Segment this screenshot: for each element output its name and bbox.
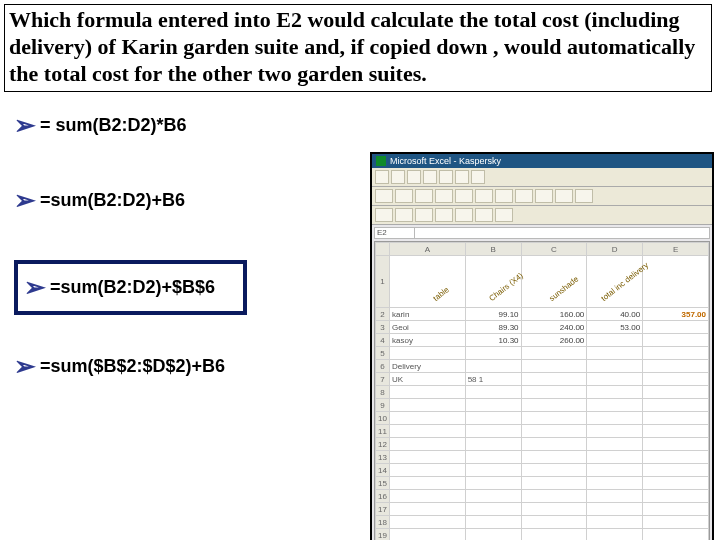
cell[interactable]: Geoi <box>390 321 466 334</box>
table-row[interactable]: 11 <box>376 425 709 438</box>
table-row[interactable]: 4kasoy10.30260.00 <box>376 334 709 347</box>
cell[interactable]: 58 1 <box>465 373 521 386</box>
toolbar-button[interactable] <box>415 189 433 203</box>
toolbar-button[interactable] <box>375 208 393 222</box>
toolbar-button[interactable] <box>435 208 453 222</box>
formula-bar[interactable]: E2 <box>374 227 710 239</box>
cell[interactable] <box>643 334 709 347</box>
menu-item[interactable] <box>391 170 405 184</box>
excel-logo-icon <box>376 156 386 166</box>
spreadsheet-grid[interactable]: table Chairs (X4) sunshade total inc del… <box>374 241 710 540</box>
excel-menubar <box>372 168 712 187</box>
excel-toolbar <box>372 187 712 206</box>
select-all[interactable] <box>376 243 390 256</box>
bullet-arrow-icon: ➢ <box>14 185 36 216</box>
excel-title-text: Microsoft Excel - Kaspersky <box>390 156 501 166</box>
question-box: Which formula entered into E2 would calc… <box>4 4 712 92</box>
bullet-arrow-icon: ➢ <box>24 272 46 303</box>
toolbar-button[interactable] <box>435 189 453 203</box>
cell[interactable]: 10.30 <box>465 334 521 347</box>
option-d-text: =sum($B$2:$D$2)+B6 <box>40 356 225 377</box>
table-row[interactable]: 12 <box>376 438 709 451</box>
toolbar-button[interactable] <box>515 189 533 203</box>
cell[interactable]: 99.10 <box>465 308 521 321</box>
option-c-highlighted[interactable]: ➢ =sum(B2:D2)+$B$6 <box>14 260 247 315</box>
toolbar-button[interactable] <box>475 208 493 222</box>
excel-format-toolbar <box>372 206 712 225</box>
table-row[interactable]: 10 <box>376 412 709 425</box>
toolbar-button[interactable] <box>535 189 553 203</box>
cell[interactable] <box>643 321 709 334</box>
menu-item[interactable] <box>375 170 389 184</box>
option-a-text: = sum(B2:D2)*B6 <box>40 115 187 136</box>
col-d[interactable]: D <box>587 243 643 256</box>
toolbar-button[interactable] <box>455 189 473 203</box>
menu-item[interactable] <box>423 170 437 184</box>
question-text: Which formula entered into E2 would calc… <box>9 7 705 87</box>
toolbar-button[interactable] <box>575 189 593 203</box>
cell[interactable] <box>587 334 643 347</box>
table-row[interactable]: 6Delivery <box>376 360 709 373</box>
col-b[interactable]: B <box>465 243 521 256</box>
menu-item[interactable] <box>407 170 421 184</box>
table-row[interactable]: 8 <box>376 386 709 399</box>
cell[interactable]: UK <box>390 373 466 386</box>
cell-e2-result[interactable]: 357.00 <box>643 308 709 321</box>
col-e[interactable]: E <box>643 243 709 256</box>
header-row: A B C D E <box>376 243 709 256</box>
cell[interactable]: 40.00 <box>587 308 643 321</box>
table-row[interactable]: 2karin99.10160.0040.00357.00 <box>376 308 709 321</box>
excel-titlebar: Microsoft Excel - Kaspersky <box>372 154 712 168</box>
table-row[interactable]: 7UK58 1 <box>376 373 709 386</box>
toolbar-button[interactable] <box>475 189 493 203</box>
toolbar-button[interactable] <box>395 208 413 222</box>
excel-screenshot: Microsoft Excel - Kaspersky E2 table Cha… <box>370 152 714 540</box>
table-row[interactable]: 13 <box>376 451 709 464</box>
cell[interactable]: Delivery <box>390 360 466 373</box>
table-row[interactable]: 19 <box>376 529 709 541</box>
table-row[interactable]: 18 <box>376 516 709 529</box>
menu-item[interactable] <box>455 170 469 184</box>
cell[interactable]: karin <box>390 308 466 321</box>
name-box[interactable]: E2 <box>375 228 415 238</box>
table-row[interactable]: 14 <box>376 464 709 477</box>
toolbar-button[interactable] <box>555 189 573 203</box>
toolbar-button[interactable] <box>495 208 513 222</box>
table-row[interactable]: 16 <box>376 490 709 503</box>
toolbar-button[interactable] <box>375 189 393 203</box>
cell[interactable]: kasoy <box>390 334 466 347</box>
table-row[interactable]: 15 <box>376 477 709 490</box>
col-c[interactable]: C <box>521 243 587 256</box>
cell[interactable]: 89.30 <box>465 321 521 334</box>
option-b-text: =sum(B2:D2)+B6 <box>40 190 185 211</box>
cell[interactable]: 160.00 <box>521 308 587 321</box>
table-row[interactable]: 1 <box>376 256 709 308</box>
table-row[interactable]: 3Geoi89.30240.0053.00 <box>376 321 709 334</box>
bullet-arrow-icon: ➢ <box>14 351 36 382</box>
cell[interactable]: 240.00 <box>521 321 587 334</box>
bullet-arrow-icon: ➢ <box>14 110 36 141</box>
toolbar-button[interactable] <box>415 208 433 222</box>
table-row[interactable]: 17 <box>376 503 709 516</box>
cell[interactable]: 260.00 <box>521 334 587 347</box>
option-a[interactable]: ➢ = sum(B2:D2)*B6 <box>14 110 720 141</box>
menu-item[interactable] <box>439 170 453 184</box>
cell[interactable]: 53.00 <box>587 321 643 334</box>
toolbar-button[interactable] <box>395 189 413 203</box>
option-c-text: =sum(B2:D2)+$B$6 <box>50 277 215 298</box>
cells-table: A B C D E 1 2karin99.10160.0040.00357.00… <box>375 242 709 540</box>
toolbar-button[interactable] <box>495 189 513 203</box>
menu-item[interactable] <box>471 170 485 184</box>
table-row[interactable]: 9 <box>376 399 709 412</box>
toolbar-button[interactable] <box>455 208 473 222</box>
col-a[interactable]: A <box>390 243 466 256</box>
table-row[interactable]: 5 <box>376 347 709 360</box>
